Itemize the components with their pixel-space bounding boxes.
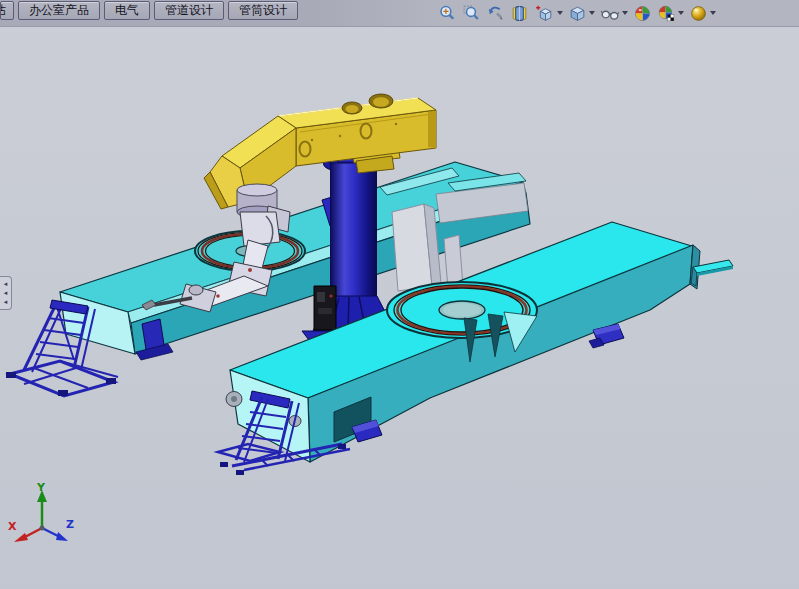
reference-triad: Y X Z — [8, 481, 74, 542]
view-cube-plus-icon — [534, 4, 555, 23]
tab-label: 管筒设计 — [239, 3, 287, 17]
dropdown-arrow-icon[interactable] — [557, 11, 563, 15]
checkered-flag-icon — [668, 14, 674, 20]
collapse-arrow-icon: ◂ — [4, 280, 8, 289]
tab-piping-design[interactable]: 管道设计 — [154, 1, 224, 20]
view-settings-button[interactable] — [688, 4, 717, 23]
magnifier-icon — [438, 4, 457, 23]
shaded-cube-icon — [568, 4, 587, 23]
collapse-arrow-icon: ◂ — [4, 298, 8, 307]
tab-label: 办公室产品 — [29, 3, 89, 17]
zoom-to-fit-button[interactable] — [437, 4, 458, 23]
view-orientation-button[interactable] — [533, 4, 564, 23]
dropdown-arrow-icon[interactable] — [710, 11, 716, 15]
tab-partial-evaluate[interactable]: 估 — [0, 1, 14, 20]
previous-view-button[interactable] — [485, 4, 506, 23]
tab-label: 管道设计 — [165, 3, 213, 17]
tab-label: 估 — [0, 2, 6, 19]
zoom-to-area-button[interactable] — [461, 4, 482, 23]
column-control-box[interactable] — [314, 286, 336, 330]
gold-sphere-icon — [689, 4, 708, 23]
dropdown-arrow-icon[interactable] — [622, 11, 628, 15]
eyeglasses-icon — [600, 4, 620, 23]
collapse-arrow-icon: ◂ — [4, 289, 8, 298]
section-view-button[interactable] — [509, 4, 530, 23]
graphics-viewport[interactable]: Y X Z — [0, 0, 799, 589]
scene-sphere-icon — [657, 4, 676, 23]
triad-x-label: X — [8, 520, 17, 533]
back-arrow-pen-icon — [486, 4, 505, 23]
section-cut-icon — [510, 4, 529, 23]
color-sphere-icon — [633, 4, 652, 23]
tab-label: 电气 — [115, 3, 139, 17]
tab-tube-design[interactable]: 管筒设计 — [228, 1, 298, 20]
command-manager-bar: 估 办公室产品 电气 管道设计 管筒设计 — [0, 0, 799, 27]
hide-show-items-button[interactable] — [599, 4, 629, 23]
command-tabs: 估 办公室产品 电气 管道设计 管筒设计 — [0, 1, 298, 20]
dropdown-arrow-icon[interactable] — [678, 11, 684, 15]
dropdown-arrow-icon[interactable] — [589, 11, 595, 15]
tab-electrical[interactable]: 电气 — [104, 1, 150, 20]
panel-expander-button[interactable]: ◂ ◂ ◂ — [0, 276, 12, 310]
display-style-button[interactable] — [567, 4, 596, 23]
triad-y-label: Y — [36, 481, 46, 494]
apply-scene-button[interactable] — [656, 4, 685, 23]
solidworks-window: Y X Z 估 办公室产品 电气 管道设计 管筒设计 — [0, 0, 799, 589]
magnifier-area-icon — [462, 4, 481, 23]
edit-appearance-button[interactable] — [632, 4, 653, 23]
heads-up-view-toolbar — [437, 2, 717, 24]
triad-z-label: Z — [66, 518, 74, 531]
tab-office-products[interactable]: 办公室产品 — [18, 1, 100, 20]
